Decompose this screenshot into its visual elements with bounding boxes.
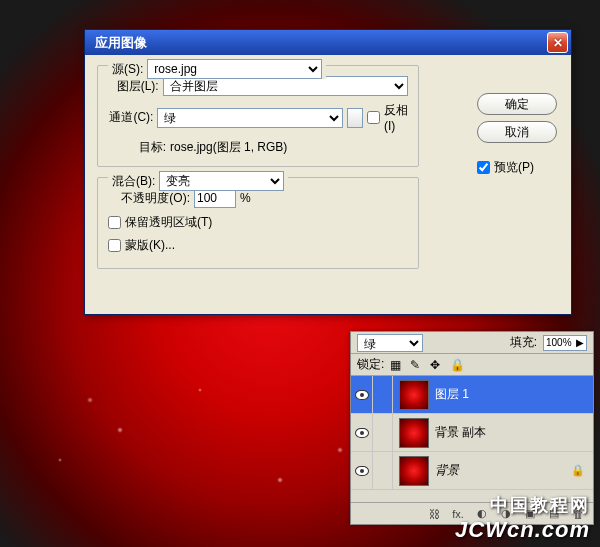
blend-legend: 混合(B): 变亮 [108,171,288,191]
visibility-toggle[interactable] [351,376,373,413]
visibility-toggle[interactable] [351,452,373,489]
layer-row[interactable]: 背景 副本 [351,414,593,452]
preview-label: 预览(P) [494,159,534,176]
lock-label: 锁定: [357,356,384,373]
layer-name[interactable]: 图层 1 [435,386,593,403]
source-legend: 源(S): rose.jpg [108,59,326,79]
channel-swatch-button[interactable] [347,108,363,128]
layers-panel-header: 绿 填充: 100%▶ [351,332,593,354]
blending-fieldset: 混合(B): 变亮 不透明度(O): % 保留透明区域(T) 蒙版(K)... [97,177,419,269]
watermark-text-2: JCWcn.com [455,517,590,543]
close-icon: ✕ [553,36,563,50]
source-fieldset: 源(S): rose.jpg 图层(L): 合并图层 通道(C): 绿 [97,65,419,167]
dialog-buttons: 确定 取消 预览(P) [477,93,557,176]
layer-select[interactable]: 合并图层 [163,76,408,96]
opacity-input[interactable] [194,188,236,208]
layer-label: 图层(L): [108,78,159,95]
lock-position-icon[interactable]: ✥ [430,358,444,372]
channel-select[interactable]: 绿 [157,108,342,128]
source-label: 源(S): [112,61,143,78]
lock-icon: 🔒 [571,464,585,477]
preview-checkbox[interactable] [477,161,490,174]
layers-lock-row: 锁定: ▦ ✎ ✥ 🔒 [351,354,593,376]
source-select[interactable]: rose.jpg [147,59,322,79]
invert-label: 反相(I) [384,102,408,133]
dialog-title: 应用图像 [95,34,547,52]
eye-icon [355,390,369,400]
layer-row[interactable]: 背景 🔒 [351,452,593,490]
dialog-body: 源(S): rose.jpg 图层(L): 合并图层 通道(C): 绿 [85,55,571,289]
opacity-label: 不透明度(O): [108,190,190,207]
eye-icon [355,466,369,476]
mask-label: 蒙版(K)... [125,237,175,254]
blend-select[interactable]: 变亮 [159,171,284,191]
layer-thumbnail[interactable] [399,418,429,448]
close-button[interactable]: ✕ [547,32,568,53]
invert-checkbox[interactable] [367,111,380,124]
layer-row[interactable]: 图层 1 [351,376,593,414]
lock-all-icon[interactable]: 🔒 [450,358,464,372]
target-label: 目标: [108,139,166,156]
fill-value[interactable]: 100%▶ [543,335,587,351]
eye-icon [355,428,369,438]
preserve-transparency-label: 保留透明区域(T) [125,214,212,231]
dialog-titlebar[interactable]: 应用图像 ✕ [85,30,571,55]
mask-checkbox[interactable] [108,239,121,252]
ok-button[interactable]: 确定 [477,93,557,115]
layer-name[interactable]: 背景 [435,462,571,479]
blend-label: 混合(B): [112,173,155,190]
layer-name[interactable]: 背景 副本 [435,424,593,441]
lock-paint-icon[interactable]: ✎ [410,358,424,372]
cancel-button[interactable]: 取消 [477,121,557,143]
visibility-toggle[interactable] [351,414,373,451]
preserve-transparency-checkbox[interactable] [108,216,121,229]
layers-list: 图层 1 背景 副本 背景 🔒 [351,376,593,490]
apply-image-dialog: 应用图像 ✕ 源(S): rose.jpg 图层(L): 合并图层 通道(C): [84,29,572,315]
channel-label: 通道(C): [108,109,153,126]
opacity-unit: % [240,191,251,205]
layer-thumbnail[interactable] [399,380,429,410]
link-cell[interactable] [373,452,393,489]
layer-thumbnail[interactable] [399,456,429,486]
link-cell[interactable] [373,414,393,451]
link-layers-icon[interactable]: ⛓ [427,507,441,521]
layer-blend-mode-select[interactable]: 绿 [357,334,423,352]
lock-transparency-icon[interactable]: ▦ [390,358,404,372]
link-cell[interactable] [373,376,393,413]
fill-label: 填充: [510,334,537,351]
watermark-text-1: 中国教程网 [490,493,590,517]
target-value: rose.jpg(图层 1, RGB) [170,139,287,156]
